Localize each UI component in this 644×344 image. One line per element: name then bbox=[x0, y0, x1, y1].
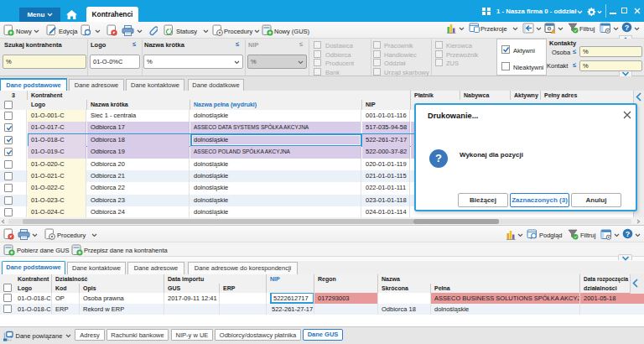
svg-text:?: ? bbox=[626, 230, 631, 238]
svg-text:?: ? bbox=[625, 23, 630, 32]
